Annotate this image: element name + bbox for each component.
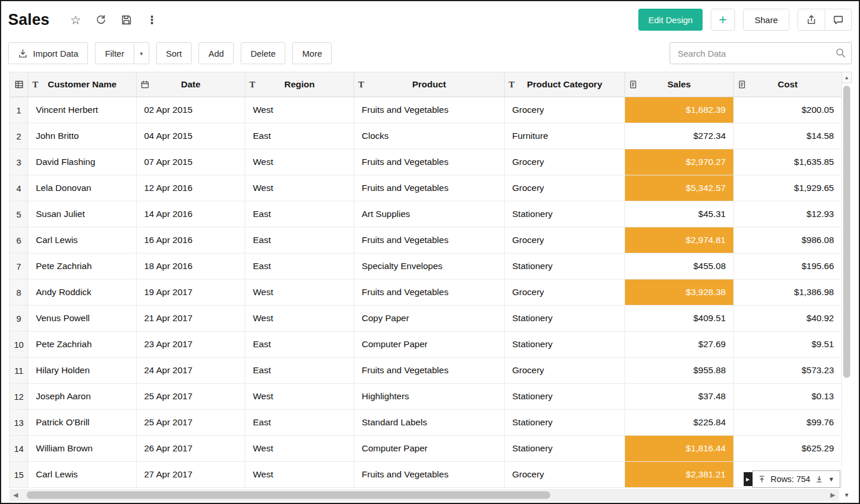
column-header-product-category[interactable]: T Product Category — [505, 72, 625, 97]
cell-customer-name[interactable]: Carl Lewis — [28, 462, 137, 487]
cell-product-category[interactable]: Stationery — [505, 410, 625, 435]
cell-date[interactable]: 23 Apr 2017 — [137, 332, 245, 357]
cell-region[interactable]: East — [245, 201, 354, 227]
cell-product[interactable]: Fruits and Vegetables — [354, 462, 505, 487]
cell-cost[interactable]: $12.93 — [734, 201, 842, 227]
cell-cost[interactable]: $40.92 — [734, 306, 842, 331]
column-header-region[interactable]: T Region — [245, 72, 354, 97]
table-row[interactable]: 11Hilary Holden24 Apr 2017EastFruits and… — [10, 358, 841, 384]
scroll-left-arrow[interactable]: ◀ — [9, 491, 22, 499]
cell-date[interactable]: 25 Apr 2017 — [137, 410, 245, 435]
row-number-cell[interactable]: 14 — [10, 436, 28, 461]
cell-product[interactable]: Highlighters — [354, 384, 505, 409]
add-button[interactable]: Add — [199, 42, 234, 64]
search-icon[interactable] — [835, 47, 846, 61]
cell-customer-name[interactable]: Pete Zachriah — [28, 332, 137, 357]
scroll-down-arrow[interactable]: ▼ — [841, 489, 852, 501]
cell-sales[interactable]: $955.88 — [625, 358, 734, 383]
cell-cost[interactable]: $986.08 — [734, 227, 842, 253]
row-number-cell[interactable]: 3 — [10, 149, 28, 175]
cell-product[interactable]: Fruits and Vegetables — [354, 97, 505, 123]
collapse-navigator-tab[interactable]: ▶ — [744, 472, 752, 486]
filter-dropdown-arrow[interactable]: ▾ — [134, 42, 149, 64]
table-row[interactable]: 14William Brown26 Apr 2017WestComputer P… — [10, 436, 841, 462]
cell-product[interactable]: Fruits and Vegetables — [354, 358, 505, 383]
rows-dropdown-chevron-icon[interactable]: ▼ — [828, 476, 835, 483]
save-icon[interactable] — [120, 13, 133, 26]
cell-cost[interactable]: $573.23 — [734, 358, 842, 383]
table-row[interactable]: 3David Flashing07 Apr 2015WestFruits and… — [10, 149, 841, 175]
cell-product[interactable]: Fruits and Vegetables — [354, 175, 505, 201]
cell-customer-name[interactable]: Hilary Holden — [28, 358, 137, 383]
row-number-cell[interactable]: 15 — [10, 462, 28, 487]
row-number-cell[interactable]: 6 — [10, 227, 28, 253]
cell-customer-name[interactable]: Joseph Aaron — [28, 384, 137, 409]
row-number-cell[interactable]: 4 — [10, 175, 28, 201]
table-row[interactable]: 13Patrick O'Brill25 Apr 2017EastStandard… — [10, 410, 841, 436]
cell-customer-name[interactable]: Lela Donovan — [28, 175, 137, 201]
cell-sales[interactable]: $45.31 — [625, 201, 734, 227]
cell-region[interactable]: West — [245, 384, 354, 409]
comments-icon[interactable] — [825, 9, 851, 30]
cell-region[interactable]: West — [245, 306, 354, 331]
sort-button[interactable]: Sort — [156, 42, 192, 64]
cell-product[interactable]: Fruits and Vegetables — [354, 279, 505, 305]
cell-cost[interactable]: $99.76 — [734, 410, 842, 435]
table-row[interactable]: 5Susan Juliet14 Apr 2016EastArt Supplies… — [10, 201, 841, 227]
search-input[interactable] — [670, 42, 852, 64]
table-row[interactable]: 15Carl Lewis27 Apr 2017WestFruits and Ve… — [10, 462, 841, 488]
cell-product-category[interactable]: Grocery — [505, 462, 625, 487]
cell-region[interactable]: West — [245, 149, 354, 175]
cell-region[interactable]: West — [245, 175, 354, 201]
cell-date[interactable]: 21 Apr 2017 — [137, 306, 245, 331]
cell-sales[interactable]: $2,381.21 — [625, 462, 734, 487]
row-number-cell[interactable]: 1 — [10, 97, 28, 123]
cell-sales[interactable]: $409.51 — [625, 306, 734, 331]
row-number-header[interactable] — [10, 72, 28, 97]
cell-cost[interactable]: $1,929.65 — [734, 175, 842, 201]
horizontal-scroll-thumb[interactable] — [27, 491, 550, 499]
cell-date[interactable]: 04 Apr 2015 — [137, 123, 245, 149]
go-to-first-row-icon[interactable] — [758, 475, 766, 483]
cell-customer-name[interactable]: John Britto — [28, 123, 137, 149]
row-number-cell[interactable]: 12 — [10, 384, 28, 409]
table-row[interactable]: 7Pete Zachriah18 Apr 2016EastSpecialty E… — [10, 253, 841, 279]
row-number-cell[interactable]: 10 — [10, 332, 28, 357]
cell-product-category[interactable]: Grocery — [505, 175, 625, 201]
cell-cost[interactable]: $14.58 — [734, 123, 842, 149]
cell-customer-name[interactable]: Venus Powell — [28, 306, 137, 331]
cell-sales[interactable]: $455.08 — [625, 253, 734, 279]
cell-sales[interactable]: $272.34 — [625, 123, 734, 149]
cell-product[interactable]: Standard Labels — [354, 410, 505, 435]
cell-product[interactable]: Specialty Envelopes — [354, 253, 505, 279]
cell-product-category[interactable]: Grocery — [505, 149, 625, 175]
column-header-customer-name[interactable]: T Customer Name — [28, 72, 137, 97]
go-to-last-row-icon[interactable] — [815, 475, 823, 483]
cell-product[interactable]: Clocks — [354, 123, 505, 149]
vertical-scrollbar[interactable]: ▲ — [841, 72, 852, 488]
cell-customer-name[interactable]: William Brown — [28, 436, 137, 461]
column-header-product[interactable]: T Product — [354, 72, 505, 97]
cell-date[interactable]: 18 Apr 2016 — [137, 253, 245, 279]
cell-sales[interactable]: $1,682.39 — [625, 97, 734, 123]
row-number-cell[interactable]: 13 — [10, 410, 28, 435]
cell-date[interactable]: 12 Apr 2016 — [137, 175, 245, 201]
cell-sales[interactable]: $2,974.81 — [625, 227, 734, 253]
cell-product-category[interactable]: Stationery — [505, 306, 625, 331]
horizontal-scrollbar[interactable]: ◀ ▶ — [9, 489, 839, 501]
cell-product[interactable]: Computer Paper — [354, 332, 505, 357]
cell-product-category[interactable]: Stationery — [505, 332, 625, 357]
edit-design-button[interactable]: Edit Design — [638, 9, 703, 31]
row-number-cell[interactable]: 7 — [10, 253, 28, 279]
column-header-date[interactable]: Date — [137, 72, 245, 97]
cell-customer-name[interactable]: Pete Zachriah — [28, 253, 137, 279]
cell-date[interactable]: 14 Apr 2016 — [137, 201, 245, 227]
cell-customer-name[interactable]: Patrick O'Brill — [28, 410, 137, 435]
cell-date[interactable]: 19 Apr 2017 — [137, 279, 245, 305]
cell-date[interactable]: 25 Apr 2017 — [137, 384, 245, 409]
cell-cost[interactable]: $200.05 — [734, 97, 842, 123]
table-row[interactable]: 12Joseph Aaron25 Apr 2017WestHighlighter… — [10, 384, 841, 410]
cell-product-category[interactable]: Grocery — [505, 97, 625, 123]
cell-date[interactable]: 24 Apr 2017 — [137, 358, 245, 383]
cell-sales[interactable]: $5,342.57 — [625, 175, 734, 201]
